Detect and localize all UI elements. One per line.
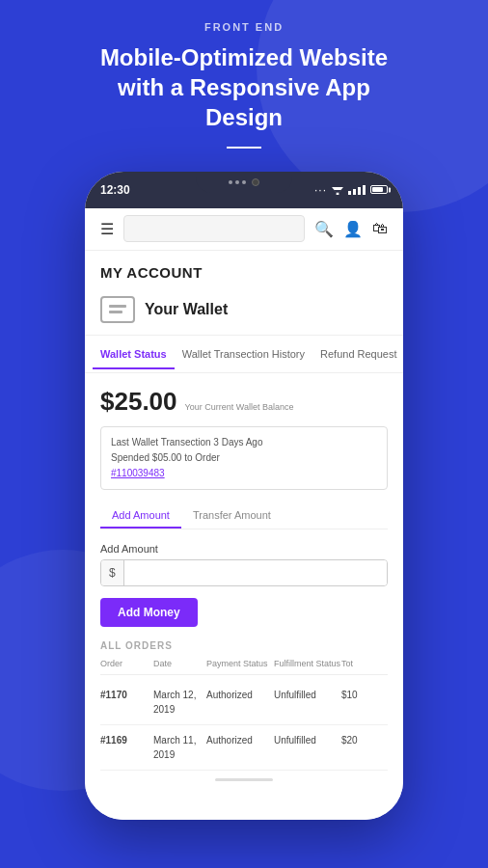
order-fulfillment-2: Unfulfilled — [274, 733, 341, 747]
col-order: Order — [100, 659, 153, 670]
search-icon[interactable]: 🔍 — [314, 220, 334, 238]
table-row: #1169 March 11, 2019 Authorized Unfulfil… — [100, 725, 388, 771]
dollar-prefix: $ — [101, 560, 124, 585]
wifi-icon — [332, 185, 343, 195]
wallet-section: Your Wallet — [85, 288, 403, 336]
hamburger-icon[interactable]: ☰ — [100, 220, 114, 238]
col-payment: Payment Status — [206, 659, 274, 670]
sub-tab-add-amount[interactable]: Add Amount — [100, 503, 181, 529]
input-with-prefix: $ — [100, 559, 388, 586]
top-label: FRONT END — [204, 21, 284, 33]
phone-content: MY ACCOUNT Your Wallet Wallet Status Wal… — [85, 251, 403, 820]
order-total-1: $10 — [341, 688, 380, 702]
order-payment-1: Authorized — [206, 688, 274, 702]
wallet-label: Your Wallet — [145, 301, 228, 318]
col-total: Tot — [341, 659, 380, 670]
order-link[interactable]: #110039483 — [111, 468, 165, 478]
add-amount-label: Add Amount — [100, 543, 388, 555]
battery-icon — [370, 185, 388, 194]
tabs-row: Wallet Status Wallet Transection History… — [85, 336, 403, 373]
orders-section: ALL ORDERS Order Date Payment Status Ful… — [85, 640, 403, 782]
phone-frame: 12:30 ··· — [85, 172, 403, 820]
orders-header-row: Order Date Payment Status Fulfillment St… — [100, 659, 388, 676]
orders-title: ALL ORDERS — [100, 640, 388, 651]
phone-status-bar: 12:30 ··· — [85, 172, 403, 208]
orders-table: Order Date Payment Status Fulfillment St… — [100, 659, 388, 772]
tab-transaction-history[interactable]: Wallet Transection History — [175, 339, 312, 369]
spent-text: Spended $05.00 to Order — [111, 450, 377, 466]
phone-time: 12:30 — [100, 183, 130, 197]
order-id-1[interactable]: #1170 — [100, 688, 153, 702]
wallet-icon-box — [100, 296, 135, 323]
tab-refund-request[interactable]: Refund Request — [312, 339, 403, 369]
add-money-button[interactable]: Add Money — [100, 598, 198, 627]
scrollbar-hint — [215, 778, 273, 781]
sub-tabs: Add Amount Transfer Amount — [100, 503, 388, 529]
balance-amount: $25.00 — [100, 387, 177, 417]
account-icon[interactable]: 👤 — [343, 220, 363, 238]
add-amount-input[interactable] — [124, 560, 387, 585]
phone-nav-bar: ☰ 🔍 👤 🛍 — [85, 208, 403, 251]
tab-wallet-status[interactable]: Wallet Status — [93, 339, 175, 369]
last-transaction-text: Last Wallet Transection 3 Days Ago — [111, 435, 377, 450]
my-account-title: MY ACCOUNT — [85, 251, 403, 288]
add-amount-field-section: Add Amount $ — [100, 543, 388, 586]
main-title: Mobile-Optimized Website with a Responsi… — [80, 42, 408, 133]
order-total-2: $20 — [341, 733, 380, 747]
col-date: Date — [153, 659, 206, 670]
signal-bars-icon — [348, 185, 366, 195]
phone-status-icons: ··· — [314, 183, 388, 197]
wallet-body: $25.00 Your Current Wallet Balance Last … — [85, 373, 403, 640]
balance-label: Your Current Wallet Balance — [185, 402, 294, 412]
dots-icon: ··· — [314, 183, 327, 197]
balance-row: $25.00 Your Current Wallet Balance — [100, 387, 388, 417]
cart-icon[interactable]: 🛍 — [372, 220, 388, 237]
transaction-box: Last Wallet Transection 3 Days Ago Spend… — [100, 426, 388, 490]
order-fulfillment-1: Unfulfilled — [274, 688, 341, 702]
phone-notch — [196, 172, 292, 193]
order-payment-2: Authorized — [206, 733, 274, 747]
order-id-2[interactable]: #1169 — [100, 733, 153, 747]
col-fulfillment: Fulfillment Status — [274, 659, 341, 670]
order-date-1: March 12, 2019 — [153, 688, 206, 717]
search-bar[interactable] — [123, 215, 305, 242]
sub-tab-transfer-amount[interactable]: Transfer Amount — [181, 503, 283, 529]
title-divider — [227, 147, 261, 149]
nav-icons: 🔍 👤 🛍 — [314, 220, 388, 238]
order-date-2: March 11, 2019 — [153, 733, 206, 762]
table-row: #1170 March 12, 2019 Authorized Unfulfil… — [100, 680, 388, 725]
